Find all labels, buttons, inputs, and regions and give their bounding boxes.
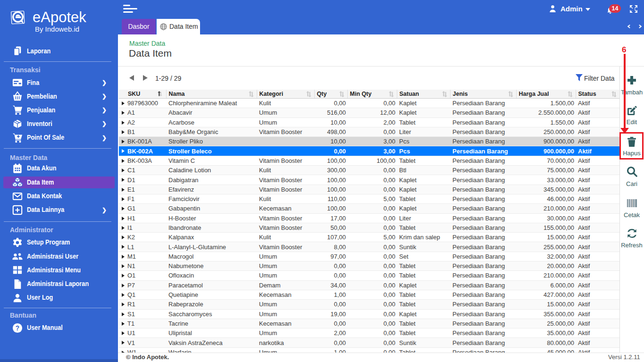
- svg-text:?: ?: [16, 325, 19, 332]
